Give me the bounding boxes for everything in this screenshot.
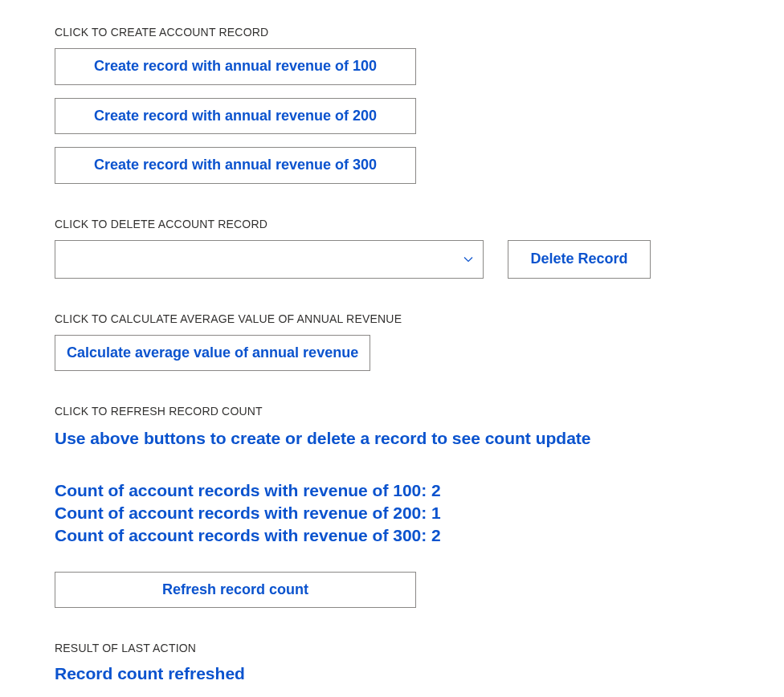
calculate-average-button[interactable]: Calculate average value of annual revenu… [55,335,370,372]
count-200-text: Count of account records with revenue of… [55,502,784,524]
delete-section: CLICK TO DELETE ACCOUNT RECORD Delete Re… [55,218,784,279]
create-record-300-button[interactable]: Create record with annual revenue of 300 [55,147,416,184]
calculate-section-label: CLICK TO CALCULATE AVERAGE VALUE OF ANNU… [55,312,784,325]
chevron-down-icon [463,255,473,264]
create-button-group: Create record with annual revenue of 100… [55,48,784,184]
refresh-section: CLICK TO REFRESH RECORD COUNT Use above … [55,405,784,608]
delete-section-label: CLICK TO DELETE ACCOUNT RECORD [55,218,784,230]
count-300-text: Count of account records with revenue of… [55,524,784,547]
refresh-count-button[interactable]: Refresh record count [55,572,416,609]
create-section: CLICK TO CREATE ACCOUNT RECORD Create re… [55,26,784,184]
result-text: Record count refreshed [55,664,784,683]
delete-row: Delete Record [55,240,784,279]
delete-record-combobox[interactable] [55,240,484,279]
count-100-text: Count of account records with revenue of… [55,479,784,502]
delete-record-button[interactable]: Delete Record [508,240,651,279]
refresh-section-label: CLICK TO REFRESH RECORD COUNT [55,405,784,418]
create-record-200-button[interactable]: Create record with annual revenue of 200 [55,98,416,135]
create-record-100-button[interactable]: Create record with annual revenue of 100 [55,48,416,85]
create-section-label: CLICK TO CREATE ACCOUNT RECORD [55,26,784,39]
result-section-label: RESULT OF LAST ACTION [55,642,784,654]
result-section: RESULT OF LAST ACTION Record count refre… [55,642,784,683]
refresh-instruction-text: Use above buttons to create or delete a … [55,427,784,450]
calculate-section: CLICK TO CALCULATE AVERAGE VALUE OF ANNU… [55,312,784,372]
